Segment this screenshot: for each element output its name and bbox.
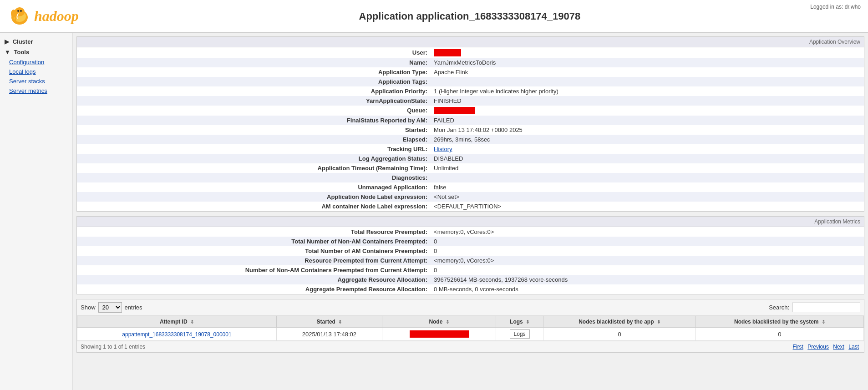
table-row: Queue:: [77, 106, 864, 116]
blacklisted-app-cell: 0: [543, 328, 696, 341]
field-value: [431, 173, 864, 182]
field-label: YarnApplicationState:: [77, 96, 431, 106]
table-row: User:: [77, 47, 864, 58]
table-row: Started: Mon Jan 13 17:48:02 +0800 2025: [77, 125, 864, 135]
col-blacklisted-app[interactable]: Nodes blacklisted by the app ⇕: [543, 316, 696, 328]
table-row: AM container Node Label expression: <DEF…: [77, 202, 864, 211]
previous-page-link[interactable]: Previous: [807, 344, 829, 350]
table-row: Log Aggregation Status: DISABLED: [77, 154, 864, 163]
table-row: Diagnostics:: [77, 173, 864, 182]
attempt-id-cell: appattempt_1683333308174_19078_000001: [77, 328, 277, 341]
entries-section: Show 10 20 50 100 entries Search:: [76, 299, 864, 353]
tracking-url-link[interactable]: History: [434, 146, 452, 152]
field-label: Total Resource Preempted:: [77, 227, 431, 237]
application-metrics-section: Application Metrics Total Resource Preem…: [76, 216, 864, 294]
field-label: Started:: [77, 125, 431, 135]
page-title-area: Application application_1683333308174_19…: [79, 10, 861, 22]
application-overview-table: User: Name: YarnJmxMetricsToDoris Applic…: [77, 47, 864, 211]
col-node[interactable]: Node ⇕: [382, 316, 496, 328]
col-blacklisted-system[interactable]: Nodes blacklisted by the system ⇕: [695, 316, 863, 328]
server-stacks-link[interactable]: Server stacks: [0, 76, 72, 86]
field-label: Application Priority:: [77, 86, 431, 96]
field-label: Log Aggregation Status:: [77, 154, 431, 163]
attempt-id-link[interactable]: appattempt_1683333308174_19078_000001: [122, 331, 231, 338]
field-label: Unmanaged Application:: [77, 182, 431, 192]
table-row: Application Node Label expression: <Not …: [77, 192, 864, 202]
field-value: 0: [431, 246, 864, 256]
table-row: FinalStatus Reported by AM: FAILED: [77, 116, 864, 125]
field-value: 0: [431, 237, 864, 246]
table-row: Tracking URL: History: [77, 144, 864, 154]
field-value: FAILED: [431, 116, 864, 125]
table-row: YarnApplicationState: FINISHED: [77, 96, 864, 106]
next-page-link[interactable]: Next: [833, 344, 844, 350]
node-cell: [382, 328, 496, 341]
field-label: Queue:: [77, 106, 431, 116]
field-label: AM container Node Label expression:: [77, 202, 431, 211]
entries-controls-left: Show 10 20 50 100 entries: [81, 302, 142, 313]
entries-label: entries: [125, 304, 142, 311]
blacklisted-system-cell: 0: [695, 328, 863, 341]
application-metrics-table: Total Resource Preempted: <memory:0, vCo…: [77, 227, 864, 294]
entries-controls-right: Search:: [769, 303, 860, 312]
field-value: [431, 106, 864, 116]
first-page-link[interactable]: First: [793, 344, 803, 350]
table-row: Name: YarnJmxMetricsToDoris: [77, 58, 864, 67]
sort-icon[interactable]: ⇕: [190, 319, 194, 324]
local-logs-link[interactable]: Local logs: [0, 67, 72, 76]
field-label: Total Number of AM Containers Preempted:: [77, 246, 431, 256]
logs-cell: Logs: [496, 328, 543, 341]
table-row: Resource Preempted from Current Attempt:…: [77, 256, 864, 265]
sort-icon[interactable]: ⇕: [526, 319, 529, 324]
entries-controls: Show 10 20 50 100 entries Search:: [77, 299, 864, 316]
login-info: Logged in as: dr.who: [810, 4, 861, 10]
sidebar-tools-header[interactable]: Tools: [0, 47, 72, 57]
search-label: Search:: [769, 304, 789, 311]
attempts-table: Attempt ID ⇕ Started ⇕ Node ⇕ Logs: [77, 316, 864, 341]
show-select[interactable]: 10 20 50 100: [98, 302, 122, 313]
node-redacted: [410, 330, 469, 338]
application-metrics-title: Application Metrics: [77, 217, 864, 227]
page-title: Application application_1683333308174_19…: [79, 10, 861, 22]
field-value: 0: [431, 265, 864, 275]
field-label: Application Tags:: [77, 77, 431, 86]
sidebar-cluster-header[interactable]: Cluster: [0, 36, 72, 47]
sort-icon[interactable]: ⇕: [338, 319, 342, 324]
field-label: Aggregate Preempted Resource Allocation:: [77, 284, 431, 294]
config-link[interactable]: Configuration: [0, 57, 72, 67]
table-row: appattempt_1683333308174_19078_000001 20…: [77, 328, 864, 341]
field-value: <memory:0, vCores:0>: [431, 227, 864, 237]
field-value: YarnJmxMetricsToDoris: [431, 58, 864, 67]
field-label: Application Timeout (Remaining Time):: [77, 163, 431, 173]
field-label: Total Number of Non-AM Containers Preemp…: [77, 237, 431, 246]
hadoop-elephant-icon: [7, 4, 32, 29]
sort-icon[interactable]: ⇕: [657, 319, 660, 324]
col-attempt-id[interactable]: Attempt ID ⇕: [77, 316, 277, 328]
started-cell: 2025/01/13 17:48:02: [276, 328, 382, 341]
showing-text: Showing 1 to 1 of 1 entries: [81, 344, 145, 350]
application-overview-title: Application Overview: [77, 37, 864, 47]
sort-icon[interactable]: ⇕: [446, 319, 449, 324]
col-logs[interactable]: Logs ⇕: [496, 316, 543, 328]
logo-text: hadoop: [34, 8, 79, 25]
server-metrics-link[interactable]: Server metrics: [0, 86, 72, 96]
table-row: Aggregate Resource Allocation: 396752661…: [77, 275, 864, 284]
logs-button[interactable]: Logs: [510, 329, 530, 339]
table-row: Application Type: Apache Flink: [77, 67, 864, 77]
field-label: Application Node Label expression:: [77, 192, 431, 202]
field-value: <DEFAULT_PARTITION>: [431, 202, 864, 211]
svg-point-4: [17, 10, 19, 12]
field-value: <Not set>: [431, 192, 864, 202]
logo-area: hadoop: [7, 4, 79, 29]
field-value: Mon Jan 13 17:48:02 +0800 2025: [431, 125, 864, 135]
table-row: Number of Non-AM Containers Preempted fr…: [77, 265, 864, 275]
sort-icon[interactable]: ⇕: [822, 319, 825, 324]
field-value: <memory:0, vCores:0>: [431, 256, 864, 265]
main-layout: Cluster Tools Configuration Local logs S…: [0, 33, 868, 390]
field-label: Tracking URL:: [77, 144, 431, 154]
col-started[interactable]: Started ⇕: [276, 316, 382, 328]
table-row: Application Timeout (Remaining Time): Un…: [77, 163, 864, 173]
last-page-link[interactable]: Last: [848, 344, 859, 350]
search-input[interactable]: [792, 303, 860, 312]
field-label: FinalStatus Reported by AM:: [77, 116, 431, 125]
